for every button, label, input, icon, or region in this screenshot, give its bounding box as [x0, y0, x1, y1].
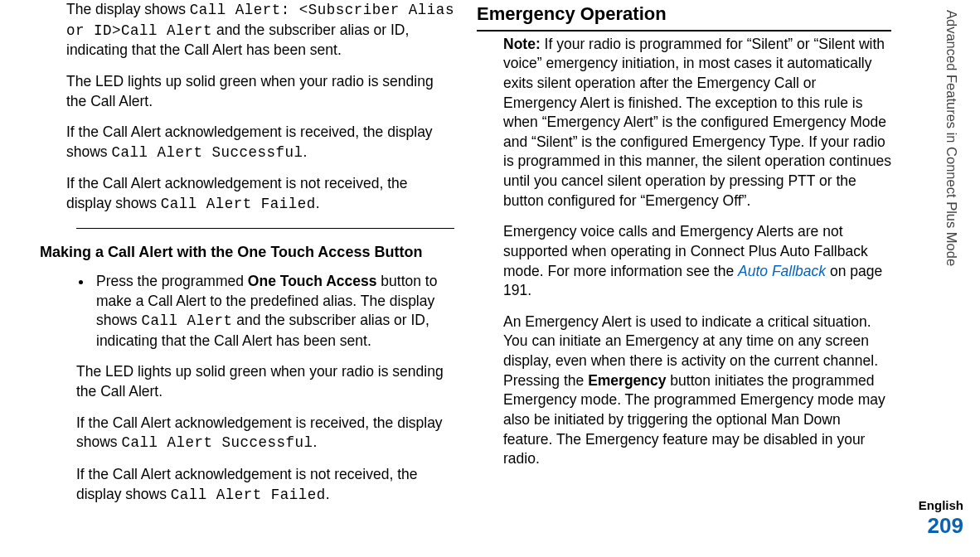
- page-number: 209: [928, 513, 963, 539]
- right-column: Emergency Operation Note: If your radio …: [477, 0, 891, 481]
- code-text: Call Alert Successful: [111, 144, 303, 161]
- para-emergency-alert: An Emergency Alert is used to indicate a…: [503, 312, 891, 469]
- link-auto-fallback[interactable]: Auto Fallback: [738, 263, 826, 279]
- para-led-2: The LED lights up solid green when your …: [76, 362, 454, 401]
- language-label: English: [919, 498, 963, 512]
- document-page: The display shows Call Alert: <Subscribe…: [0, 0, 980, 557]
- text: Press the programmed: [96, 273, 248, 289]
- para-fallback: Emergency voice calls and Emergency Aler…: [503, 222, 891, 301]
- text: .: [303, 143, 308, 160]
- sidebar-chapter-title: Advanced Features in Connect Plus Mode: [942, 10, 960, 431]
- code-text: Call Alert Failed: [171, 487, 326, 503]
- bullet-list: Press the programmed One Touch Access bu…: [40, 272, 454, 351]
- para-ack-received: If the Call Alert acknowledgement is rec…: [66, 123, 454, 162]
- bold-text: Emergency: [588, 372, 666, 389]
- list-item: Press the programmed One Touch Access bu…: [93, 272, 454, 351]
- section-heading-emergency: Emergency Operation: [477, 2, 891, 31]
- text: .: [316, 195, 320, 211]
- subheading-one-touch: Making a Call Alert with the One Touch A…: [40, 242, 454, 262]
- text: .: [326, 486, 330, 502]
- para-display-shows: The display shows Call Alert: <Subscribe…: [66, 0, 454, 61]
- para-led: The LED lights up solid green when your …: [66, 72, 454, 111]
- para-ack-not-received: If the Call Alert acknowledgement is not…: [66, 174, 454, 214]
- para-note: Note: If your radio is programmed for “S…: [503, 35, 891, 211]
- text: If your radio is programmed for “Silent”…: [503, 36, 891, 209]
- code-text: Call Alert: [141, 312, 232, 329]
- text: The display shows: [66, 1, 190, 17]
- text: .: [313, 433, 318, 450]
- divider: [76, 228, 454, 229]
- code-text: Call Alert Failed: [161, 196, 316, 212]
- para-ack-not-received-2: If the Call Alert acknowledgement is not…: [76, 465, 454, 505]
- para-ack-received-2: If the Call Alert acknowledgement is rec…: [76, 414, 454, 453]
- left-column: The display shows Call Alert: <Subscribe…: [40, 0, 454, 516]
- note-label: Note:: [503, 36, 541, 52]
- bold-text: One Touch Access: [248, 273, 377, 289]
- code-text: Call Alert Successful: [121, 434, 313, 451]
